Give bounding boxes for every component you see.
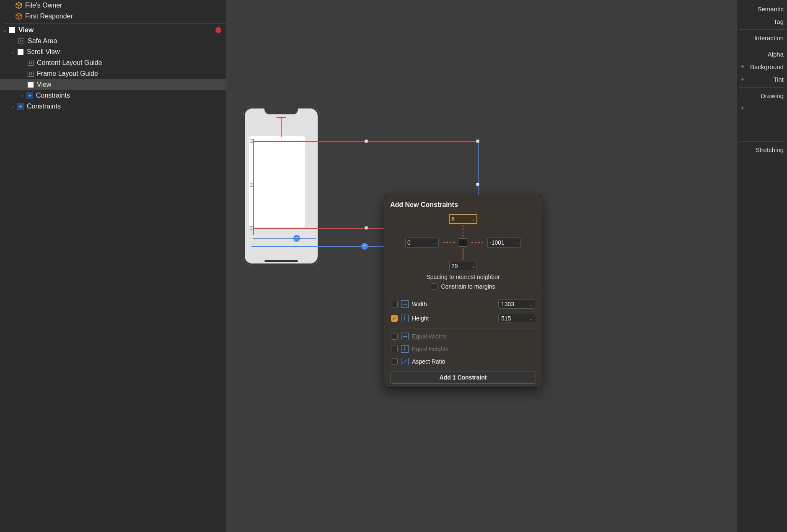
equal-heights-icon	[401, 345, 409, 353]
outline-label: First Responder	[25, 13, 73, 20]
width-value-input[interactable]: 1303 ⌵	[498, 300, 535, 309]
outline-constraints-outer[interactable]: › ✦ Constraints	[0, 101, 226, 112]
constraints-icon: ✦	[17, 103, 24, 110]
add-constraint-button[interactable]: Add 1 Constraint	[390, 371, 536, 384]
separator	[739, 87, 785, 88]
inspector-stretching[interactable]: Stretching	[737, 143, 787, 156]
guide-icon	[27, 59, 34, 67]
outline-view-root[interactable]: ⌵ View →	[0, 25, 226, 36]
device-frame: =	[243, 107, 319, 265]
disclosure-right-icon[interactable]: ›	[19, 93, 25, 98]
equal-heights-checkbox[interactable]	[391, 346, 398, 352]
resize-handle[interactable]	[250, 183, 253, 187]
height-checkbox[interactable]: ✓	[391, 315, 398, 322]
outline-constraints-inner[interactable]: › ✦ Constraints	[0, 90, 226, 101]
width-checkbox[interactable]	[391, 301, 398, 307]
separator	[739, 29, 785, 30]
constraints-icon: ✦	[26, 92, 34, 99]
inspector-label: Background	[750, 63, 784, 70]
plus-icon[interactable]: ＋	[740, 104, 746, 112]
equal-heights-label: Equal Heights	[412, 346, 535, 352]
top-spacing-input[interactable]: ⌵	[449, 214, 477, 224]
inspector-tag[interactable]: Tag	[737, 15, 787, 28]
strut-bottom[interactable]	[463, 248, 463, 260]
resize-handle[interactable]	[365, 226, 368, 230]
notch	[264, 107, 298, 114]
inspector-plus[interactable]: ＋	[737, 102, 787, 114]
equal-badge-icon: =	[361, 243, 368, 250]
spacing-caption: Spacing to nearest neighbor	[426, 274, 500, 280]
outline-safe-area[interactable]: Safe Area	[0, 36, 226, 46]
chevron-down-icon[interactable]: ⌵	[434, 240, 437, 245]
separator	[739, 141, 785, 142]
height-value: 515	[501, 315, 511, 322]
svg-line-0	[403, 359, 407, 364]
chevron-down-icon[interactable]: ⌵	[516, 240, 519, 245]
disclosure-down-icon[interactable]: ⌵	[10, 49, 16, 55]
top-spacing-field[interactable]	[451, 216, 471, 222]
aspect-ratio-label: Aspect Ratio	[412, 358, 535, 365]
disclosure-right-icon[interactable]: ›	[10, 104, 16, 109]
resize-handle[interactable]	[365, 139, 368, 143]
bottom-spacing-input[interactable]: ⌵	[449, 261, 477, 271]
inspector-label: Tint	[774, 76, 784, 83]
inspector-tint[interactable]: ＋Tint	[737, 73, 787, 85]
equal-widths-icon	[401, 333, 409, 340]
resize-handle[interactable]	[250, 139, 253, 143]
pin-center-box	[459, 238, 467, 247]
constraint-line	[277, 117, 286, 118]
outline-files-owner[interactable]: File's Owner	[0, 0, 226, 11]
constrain-margins-checkbox[interactable]	[431, 283, 438, 290]
left-spacing-field[interactable]	[407, 239, 433, 246]
inspector-interaction[interactable]: Interaction	[737, 31, 787, 44]
inspector-panel: Semantic Tag Interaction Alpha ＋Backgrou…	[737, 0, 787, 532]
outline-first-responder[interactable]: First Responder	[0, 11, 226, 22]
equal-widths-checkbox[interactable]	[391, 333, 398, 340]
height-label: Height	[412, 315, 495, 322]
height-value-input[interactable]: 515 ⌵	[498, 314, 535, 323]
outline-inner-view[interactable]: View	[0, 79, 226, 90]
selected-view[interactable]	[249, 136, 305, 227]
disclosure-down-icon[interactable]: ⌵	[2, 28, 8, 33]
inspector-label: Stretching	[755, 146, 784, 153]
right-spacing-field[interactable]	[489, 239, 515, 246]
outline-label: Constraints	[27, 103, 61, 110]
outline-label: Frame Layout Guide	[37, 70, 98, 77]
inspector-label: Alpha	[768, 51, 784, 58]
width-label: Width	[412, 301, 495, 307]
plus-icon[interactable]: ＋	[740, 63, 746, 70]
plus-icon[interactable]: ＋	[740, 75, 746, 83]
constraint-line	[251, 246, 390, 247]
outline-label: Content Layout Guide	[37, 59, 102, 67]
chevron-down-icon[interactable]: ⌵	[472, 264, 475, 269]
outline-frame-guide[interactable]: Frame Layout Guide	[0, 68, 226, 79]
resize-handle[interactable]	[250, 226, 253, 230]
bottom-spacing-field[interactable]	[451, 263, 471, 269]
aspect-ratio-checkbox[interactable]	[391, 358, 398, 365]
strut-top[interactable]	[463, 225, 463, 237]
width-icon	[401, 300, 409, 308]
inspector-semantic[interactable]: Semantic	[737, 3, 787, 15]
outline-label: Safe Area	[28, 37, 57, 45]
inspector-background[interactable]: ＋Background	[737, 60, 787, 73]
right-spacing-input[interactable]: ⌵	[487, 238, 521, 248]
strut-right[interactable]	[471, 242, 483, 243]
constrain-margins-label: Constrain to margins	[441, 283, 495, 290]
outline-content-guide[interactable]: Content Layout Guide	[0, 57, 226, 68]
outline-scroll-view[interactable]: ⌵ Scroll View	[0, 46, 226, 57]
inspector-label: Interaction	[754, 34, 784, 41]
constraint-line	[253, 139, 254, 235]
cube-icon	[15, 13, 23, 20]
inspector-alpha[interactable]: Alpha	[737, 48, 787, 60]
strut-left[interactable]	[443, 242, 455, 243]
error-badge-icon[interactable]: →	[215, 27, 221, 33]
resize-handle[interactable]	[476, 183, 479, 186]
left-spacing-input[interactable]: ⌵	[405, 238, 439, 248]
chevron-down-icon[interactable]: ⌵	[472, 217, 475, 222]
view-icon	[8, 26, 16, 34]
equal-badge-icon: =	[293, 235, 300, 242]
outline-label: File's Owner	[25, 2, 62, 9]
chevron-down-icon[interactable]: ⌵	[530, 302, 532, 307]
inspector-drawing[interactable]: Drawing	[737, 89, 787, 102]
chevron-down-icon[interactable]: ⌵	[530, 316, 532, 321]
